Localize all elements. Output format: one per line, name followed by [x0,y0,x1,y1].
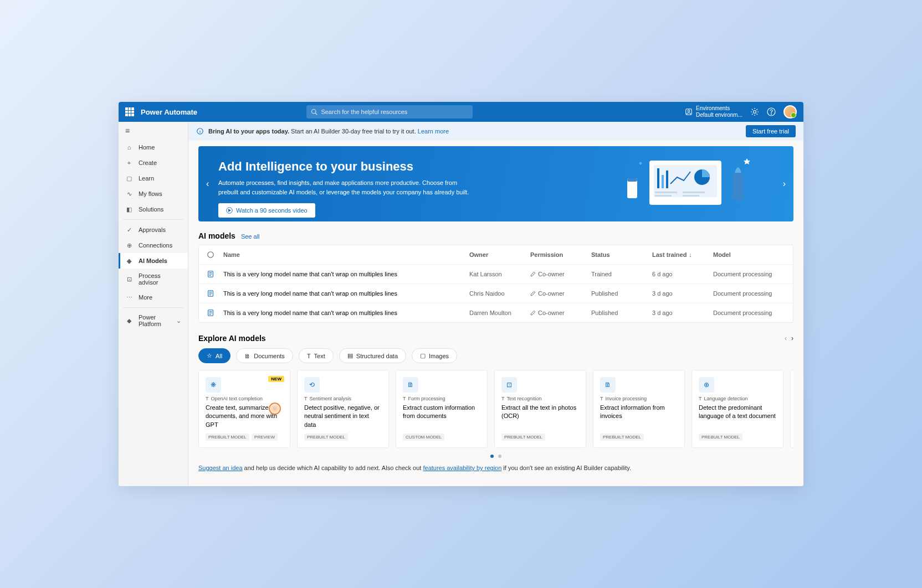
sidebar-item-more[interactable]: ⋯More [119,290,188,305]
promo-link[interactable]: Learn more [418,128,449,135]
row-model: Document processing [713,290,785,297]
titlebar: Power Automate Search for the helpful re… [119,102,803,122]
env-value: Default environm... [696,112,742,118]
flow-icon: ∿ [125,190,133,198]
start-trial-button[interactable]: Start free trial [746,125,796,137]
sidebar-label: Connections [139,242,172,249]
search-input[interactable]: Search for the helpful resources [306,105,473,118]
dot-1[interactable] [490,455,494,458]
sidebar-item-approvals[interactable]: ✓Approvals [119,222,188,238]
tab-all[interactable]: ☆All [198,348,230,363]
tab-structured-data[interactable]: ▤Structured data [339,348,406,363]
tab-icon: ▤ [347,352,353,359]
card-badge: PREBUILT MODEL [501,434,545,441]
table-row[interactable]: This is a very long model name that can'… [199,284,793,303]
svg-rect-16 [655,195,672,197]
row-model: Document processing [713,310,785,316]
model-card[interactable]: ⊡ T Text recognition Extract all the tex… [494,370,586,448]
col-status[interactable]: Status [591,251,652,258]
card-title: Extract all the text in photos (OCR) [501,404,579,429]
hero-subtitle: Automate processes, find insights, and m… [218,178,473,197]
row-owner: Darren Moulton [469,310,530,316]
sidebar-item-aimodels[interactable]: ◈AI Models [119,253,188,269]
hero-next-button[interactable]: › [778,174,790,193]
tab-label: Text [314,353,325,359]
svg-rect-20 [627,178,637,182]
promo-bar: Bring AI to your apps today. Start an AI… [188,122,803,141]
sidebar-label: Power Platform [139,314,171,327]
card-category: T Invoice processing [600,396,678,401]
tab-label: All [216,353,222,359]
tab-images[interactable]: ▢Images [412,348,457,363]
col-model[interactable]: Model [713,251,785,258]
sidebar-item-powerplatform[interactable]: ◆Power Platform⌄ [119,310,188,331]
col-owner[interactable]: Owner [469,251,530,258]
model-card[interactable]: 🗎 T Invoice processing Extract informati… [593,370,685,448]
dot-2[interactable] [498,455,501,458]
card-category: T Language detection [699,396,776,401]
help-icon[interactable] [767,107,776,116]
hero-prev-button[interactable]: ‹ [202,174,213,193]
model-card[interactable]: ⊕ T Language detection Detect the predom… [692,370,783,448]
features-link[interactable]: features availability by region [423,465,501,471]
sidebar-label: Home [139,144,155,151]
svg-rect-18 [683,195,699,197]
tab-icon: 🗎 [244,353,250,359]
svg-rect-12 [662,175,664,188]
sort-arrow-icon: ↓ [689,251,692,258]
new-badge: NEW [268,376,284,382]
row-status: Published [591,290,652,297]
sidebar-label: AI Models [139,257,167,264]
card-badge: PREVIEW [252,434,278,441]
sidebar-item-processadvisor[interactable]: ⊡Process advisor [119,269,188,290]
watch-video-button[interactable]: Watch a 90 seconds video [218,203,315,218]
main-content: Bring AI to your apps today. Start an AI… [188,122,803,486]
gear-icon[interactable] [750,107,759,116]
suggest-idea-link[interactable]: Suggest an idea [198,465,243,471]
row-trained: 3 d ago [652,290,713,297]
sidebar-item-learn[interactable]: ▢Learn [119,171,188,186]
row-status: Published [591,310,652,316]
sidebar-item-myflows[interactable]: ∿My flows [119,186,188,202]
row-name: This is a very long model name that can'… [223,290,469,297]
svg-point-3 [688,110,690,112]
sidebar-item-solutions[interactable]: ◧Solutions [119,202,188,217]
model-card[interactable]: NEW ❋ T OpenAI text completion Create te… [198,370,290,448]
col-permission[interactable]: Permission [530,251,591,258]
sidebar-item-create[interactable]: +Create [119,155,188,171]
chevron-down-icon: ⌄ [176,317,181,324]
see-all-link[interactable]: See all [241,233,260,240]
table-row[interactable]: This is a very long model name that can'… [199,265,793,284]
table-row[interactable]: This is a very long model name that can'… [199,303,793,322]
model-card[interactable]: A T T Tran... lang... PRE... [790,370,793,448]
card-badge: PREBUILT MODEL [699,434,742,441]
col-name[interactable]: Name [223,251,469,258]
environment-picker[interactable]: Environments Default environm... [685,105,742,118]
col-trained[interactable]: Last trained ↓ [652,251,713,258]
document-icon [207,270,214,278]
divider [123,307,183,308]
app-launcher-icon[interactable] [125,107,134,116]
hamburger-icon[interactable]: ≡ [119,122,188,140]
sidebar-item-connections[interactable]: ⊕Connections [119,238,188,253]
card-badge: PREBUILT MODEL [304,434,348,441]
tab-text[interactable]: TText [299,348,334,363]
user-avatar[interactable] [783,105,797,118]
edit-icon [530,310,536,316]
edit-icon [530,291,536,296]
section-title: AI models [198,231,235,240]
search-placeholder: Search for the helpful resources [321,109,407,115]
info-icon [207,251,214,259]
svg-rect-13 [666,171,668,188]
explore-next-button[interactable]: › [791,334,793,342]
explore-prev-button[interactable]: ‹ [785,334,787,342]
book-icon: ▢ [125,174,133,182]
document-icon [207,290,214,297]
tab-documents[interactable]: 🗎Documents [236,348,293,363]
model-card[interactable]: 🗎 T Form processing Extract custom infor… [396,370,488,448]
tab-label: Structured data [356,353,398,359]
row-owner: Kat Larsson [469,271,530,277]
model-card[interactable]: ⟲ T Sentiment analysis Detect positive, … [297,370,389,448]
sidebar-item-home[interactable]: ⌂Home [119,140,188,155]
process-icon: ⊡ [125,275,133,283]
